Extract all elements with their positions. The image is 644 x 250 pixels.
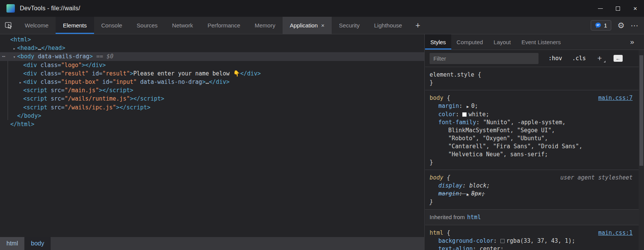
tab-layout[interactable]: Layout — [488, 34, 516, 50]
property-name: margin — [438, 190, 459, 197]
dom-node: <div class="logo"></div> — [0, 61, 106, 69]
rule-selector-line[interactable]: main.css:1html { — [430, 229, 633, 237]
style-rule: main.css:1html {background-color: rgba(3… — [425, 225, 639, 250]
text-token: <div — [23, 70, 37, 77]
dom-tree-row[interactable]: ▸<head>…</head> — [0, 44, 424, 52]
toggle-class-button[interactable]: .cls — [572, 55, 586, 62]
maximize-button[interactable] — [609, 0, 626, 17]
minimize-button[interactable] — [591, 0, 609, 17]
inherited-node-link[interactable]: html — [467, 214, 481, 221]
dom-tree-row[interactable]: ▸<div class="input-box" id="input" data-… — [0, 78, 424, 86]
style-property[interactable]: text-align: center; — [430, 245, 633, 250]
rule-selector-line[interactable]: user agent stylesheetbody { — [430, 174, 633, 182]
styles-scrollbar[interactable] — [639, 50, 644, 250]
text-token: <script — [23, 87, 47, 94]
styles-toolbar: :hov .cls + ← — [425, 50, 644, 67]
dom-tree-row[interactable]: </html> — [0, 120, 424, 128]
style-property[interactable]: display: block; — [430, 182, 633, 190]
text-token: > — [202, 79, 206, 85]
tab-performance[interactable]: Performance — [200, 17, 248, 34]
tab-lighthouse[interactable]: Lighthouse — [367, 17, 409, 34]
open-brace: { — [443, 174, 450, 181]
text-token: "result" — [61, 70, 88, 77]
text-token: Please enter your name below — [133, 70, 233, 77]
text-token: <head> — [17, 45, 38, 51]
more-tabs-icon[interactable]: » — [630, 34, 644, 50]
expand-right-icon[interactable]: ▸ — [11, 45, 17, 53]
more-options-icon[interactable]: ⋯ — [631, 21, 639, 30]
expand-down-icon[interactable]: ▾ — [11, 53, 17, 61]
close-tab-icon[interactable]: × — [321, 22, 324, 29]
tab-security[interactable]: Security — [332, 17, 367, 34]
color-swatch[interactable] — [500, 239, 505, 243]
property-value: BlinkMacSystemFont, "Segoe UI", — [448, 127, 555, 134]
tab-console[interactable]: Console — [94, 17, 129, 34]
text-token: </div> — [209, 79, 230, 85]
add-tab-button[interactable]: + — [409, 17, 427, 34]
dom-tree-row[interactable]: <script src="/wails/runtime.js"></script… — [0, 95, 424, 103]
feedback-button[interactable]: 1 — [591, 20, 611, 30]
style-rule: user agent stylesheetbody {display: bloc… — [425, 170, 639, 210]
toggle-hover-state-button[interactable]: :hov — [548, 55, 562, 62]
tab-sources[interactable]: Sources — [129, 17, 165, 34]
text-token: > — [82, 62, 85, 69]
expand-shorthand-icon[interactable]: ▶ — [467, 192, 469, 196]
stylesheet-link[interactable]: main.css:7 — [598, 94, 633, 102]
text-token: id= — [89, 70, 102, 77]
dom-tree-row[interactable]: <div class="logo"></div> — [0, 61, 424, 69]
expand-right-icon[interactable]: ▸ — [18, 79, 23, 87]
toggle-computed-sidebar-icon[interactable]: ← — [614, 55, 623, 62]
style-property[interactable]: margin: ▶0; — [430, 102, 633, 111]
dom-tree-row[interactable]: ⋯▾<body data-wails-drag> == $0 — [0, 52, 424, 61]
colon: : — [455, 111, 462, 118]
window-controls: × — [591, 0, 644, 17]
colon: : — [462, 182, 469, 189]
text-token: data-wails-drag — [34, 53, 89, 60]
dom-tree-row[interactable]: </body> — [0, 112, 424, 120]
close-brace: } — [430, 159, 633, 167]
tab-welcome[interactable]: Welcome — [18, 17, 56, 34]
style-property[interactable]: background-color: rgba(33, 37, 43, 1); — [430, 237, 633, 245]
devtools-tab-bar: Welcome Elements Console Sources Network… — [0, 17, 644, 34]
stylesheet-link[interactable]: main.css:1 — [598, 229, 633, 237]
tab-computed[interactable]: Computed — [451, 34, 488, 50]
style-property[interactable]: margin: ▶8px; — [430, 190, 633, 198]
dom-tree-row[interactable]: <script src="/main.js"></script> — [0, 86, 424, 95]
settings-gear-icon[interactable]: ⚙ — [617, 21, 625, 30]
breadcrumb-item-html[interactable]: html — [0, 237, 24, 250]
text-token: "/main.js" — [64, 87, 99, 94]
text-token: > — [89, 53, 93, 60]
inspect-element-button[interactable] — [0, 17, 18, 34]
dom-node: <script src="/wails/ipc.js"></script> — [0, 103, 150, 112]
color-swatch[interactable] — [462, 112, 467, 117]
new-style-rule-button[interactable]: + — [597, 54, 602, 63]
tab-event-listeners[interactable]: Event Listeners — [516, 34, 566, 50]
tab-network[interactable]: Network — [165, 17, 200, 34]
dom-node: ▾<body data-wails-drag> == $0 — [0, 52, 113, 61]
tab-application[interactable]: Application × — [283, 17, 332, 34]
styles-filter-input[interactable] — [430, 53, 539, 64]
rule-selector: body — [430, 174, 443, 181]
tab-elements[interactable]: Elements — [56, 17, 94, 34]
close-button[interactable]: × — [626, 0, 644, 17]
dom-tree-row[interactable]: <html> — [0, 35, 424, 44]
expand-shorthand-icon[interactable]: ▶ — [467, 104, 469, 109]
inherited-from-label: Inherited from — [430, 214, 465, 220]
dom-tree-row[interactable]: <script src="/wails/ipc.js"></script> — [0, 103, 424, 112]
property-value: rgba(33, 37, 43, 1) — [507, 237, 572, 244]
text-token: </div> — [85, 62, 106, 69]
close-brace: } — [430, 79, 633, 87]
dom-tree-row[interactable]: <div class="result" id="result">Please e… — [0, 69, 424, 78]
text-token: "result" — [102, 70, 130, 77]
rule-selector-line[interactable]: main.css:7body { — [430, 94, 633, 102]
property-name: background-color — [438, 237, 494, 244]
property-value: white — [468, 111, 486, 118]
scrollbar-thumb[interactable] — [639, 55, 643, 166]
style-property[interactable]: color: white; — [430, 111, 633, 119]
tab-memory[interactable]: Memory — [248, 17, 283, 34]
rule-selector-line[interactable]: element.style { — [430, 71, 633, 79]
breadcrumb-item-body[interactable]: body — [24, 237, 51, 250]
style-property[interactable]: font-family: "Nunito", -apple-system,Bli… — [430, 119, 633, 159]
tab-styles[interactable]: Styles — [425, 34, 451, 50]
property-value: "Helvetica Neue", sans-serif; — [448, 151, 548, 158]
